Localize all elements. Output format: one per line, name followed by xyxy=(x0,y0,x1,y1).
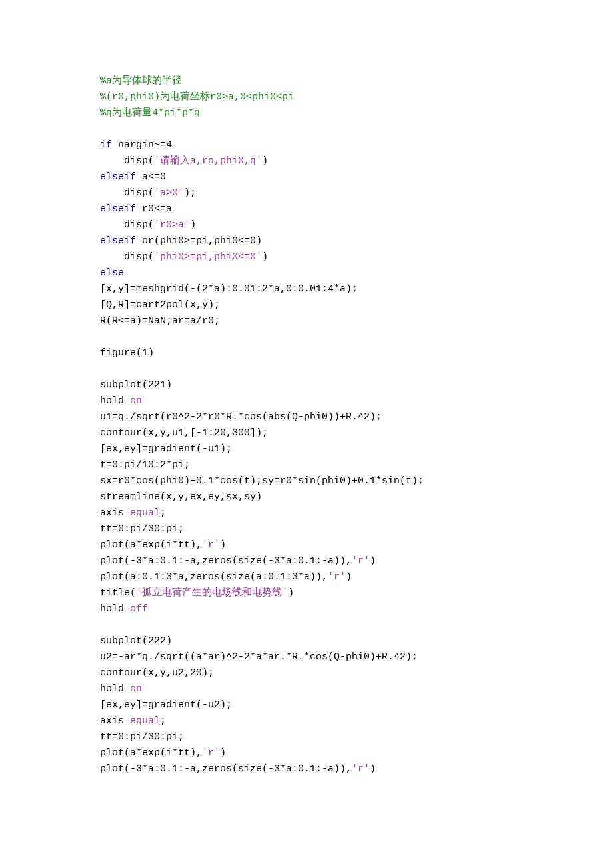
code-line: contour(x,y,u2,20); xyxy=(100,665,513,681)
code-token: subplot(221) xyxy=(100,379,172,391)
code-token: ) xyxy=(262,251,268,263)
code-token: else xyxy=(100,267,124,279)
code-token: u2=-ar*q./sqrt((a*ar)^2-2*a*ar.*R.*cos(Q… xyxy=(100,651,418,663)
code-line: [Q,R]=cart2pol(x,y); xyxy=(100,297,513,313)
code-token: 'phi0>=pi,phi0<=0' xyxy=(154,251,262,263)
code-line: hold on xyxy=(100,393,513,409)
code-token: '孤立电荷产生的电场线和电势线' xyxy=(136,587,288,599)
code-token: [x,y]=meshgrid(-(2*a):0.01:2*a,0:0.01:4*… xyxy=(100,283,358,295)
code-line: plot(a*exp(i*tt),'r') xyxy=(100,745,513,761)
code-token: ; xyxy=(160,507,166,519)
code-token: '请输入a,ro,phi0,q' xyxy=(154,155,262,167)
code-token: [ex,ey]=gradient(-u1); xyxy=(100,443,232,455)
code-token: R(R<=a)=NaN;ar=a/r0; xyxy=(100,315,220,327)
code-line xyxy=(100,329,513,345)
code-token: hold xyxy=(100,683,130,695)
code-token: elseif xyxy=(100,203,136,215)
code-token: ) xyxy=(288,587,294,599)
code-line: hold off xyxy=(100,601,513,617)
code-token: 'r' xyxy=(328,571,346,583)
code-token: 'r' xyxy=(352,555,370,567)
code-token: disp( xyxy=(100,155,154,167)
code-line: disp('a>0'); xyxy=(100,185,513,201)
code-token: ; xyxy=(160,715,166,727)
code-token: 'r' xyxy=(202,539,220,551)
code-token: ) xyxy=(370,763,376,775)
code-token: ) xyxy=(262,155,268,167)
code-line: tt=0:pi/30:pi; xyxy=(100,729,513,745)
code-token: disp( xyxy=(100,251,154,263)
code-token: %q为电荷量4*pi*p*q xyxy=(100,107,200,119)
code-line: axis equal; xyxy=(100,505,513,521)
code-line: subplot(221) xyxy=(100,377,513,393)
code-line: sx=r0*cos(phi0)+0.1*cos(t);sy=r0*sin(phi… xyxy=(100,473,513,489)
code-token: tt=0:pi/30:pi; xyxy=(100,523,184,535)
code-line: [ex,ey]=gradient(-u1); xyxy=(100,441,513,457)
code-token: ) xyxy=(190,219,196,231)
code-line: disp('r0>a') xyxy=(100,217,513,233)
code-line: streamline(x,y,ex,ey,sx,sy) xyxy=(100,489,513,505)
code-token: equal xyxy=(130,715,160,727)
code-token: [ex,ey]=gradient(-u2); xyxy=(100,699,232,711)
code-line: [ex,ey]=gradient(-u2); xyxy=(100,697,513,713)
code-token: 'a>0' xyxy=(154,187,184,199)
code-token: title( xyxy=(100,587,136,599)
code-token: on xyxy=(130,683,142,695)
code-line: figure(1) xyxy=(100,345,513,361)
code-line: plot(-3*a:0.1:-a,zeros(size(-3*a:0.1:-a)… xyxy=(100,553,513,569)
code-line: R(R<=a)=NaN;ar=a/r0; xyxy=(100,313,513,329)
code-line: axis equal; xyxy=(100,713,513,729)
code-token: contour(x,y,u2,20); xyxy=(100,667,214,679)
code-token: 'r0>a' xyxy=(154,219,190,231)
code-token: [Q,R]=cart2pol(x,y); xyxy=(100,299,220,311)
code-token: %(r0,phi0)为电荷坐标r0>a,0<phi0<pi xyxy=(100,91,294,103)
code-token: ) xyxy=(370,555,376,567)
code-line: tt=0:pi/30:pi; xyxy=(100,521,513,537)
code-token: equal xyxy=(130,507,160,519)
code-token: axis xyxy=(100,507,130,519)
code-token: ) xyxy=(346,571,352,583)
code-line: if nargin~=4 xyxy=(100,137,513,153)
code-line: %a为导体球的半径 xyxy=(100,73,513,89)
code-token: %a为导体球的半径 xyxy=(100,75,182,87)
code-line: plot(a:0.1:3*a,zeros(size(a:0.1:3*a)),'r… xyxy=(100,569,513,585)
code-token: sx=r0*cos(phi0)+0.1*cos(t);sy=r0*sin(phi… xyxy=(100,475,424,487)
code-token: u1=q./sqrt(r0^2-2*r0*R.*cos(abs(Q-phi0))… xyxy=(100,411,382,423)
code-line xyxy=(100,617,513,633)
code-token: hold xyxy=(100,603,130,615)
code-token: off xyxy=(130,603,148,615)
code-token: plot(a*exp(i*tt), xyxy=(100,539,202,551)
code-token: elseif xyxy=(100,235,136,247)
code-token: if xyxy=(100,139,112,151)
code-line: disp('请输入a,ro,phi0,q') xyxy=(100,153,513,169)
code-line: plot(-3*a:0.1:-a,zeros(size(-3*a:0.1:-a)… xyxy=(100,761,513,777)
code-token: disp( xyxy=(100,219,154,231)
code-line: elseif r0<=a xyxy=(100,201,513,217)
code-block: %a为导体球的半径%(r0,phi0)为电荷坐标r0>a,0<phi0<pi%q… xyxy=(100,73,513,777)
code-token: nargin~=4 xyxy=(112,139,172,151)
code-token: hold xyxy=(100,395,130,407)
code-token: or(phi0>=pi,phi0<=0) xyxy=(136,235,262,247)
code-line: u1=q./sqrt(r0^2-2*r0*R.*cos(abs(Q-phi0))… xyxy=(100,409,513,425)
code-token: ) xyxy=(220,539,226,551)
code-token: streamline(x,y,ex,ey,sx,sy) xyxy=(100,491,262,503)
code-token: a<=0 xyxy=(136,171,166,183)
code-token: r0<=a xyxy=(136,203,172,215)
code-line: hold on xyxy=(100,681,513,697)
code-token: disp( xyxy=(100,187,154,199)
code-line: disp('phi0>=pi,phi0<=0') xyxy=(100,249,513,265)
code-token: subplot(222) xyxy=(100,635,172,647)
code-token: plot(a:0.1:3*a,zeros(size(a:0.1:3*a)), xyxy=(100,571,328,583)
code-token: tt=0:pi/30:pi; xyxy=(100,731,184,743)
code-token: plot(-3*a:0.1:-a,zeros(size(-3*a:0.1:-a)… xyxy=(100,763,352,775)
code-line: title('孤立电荷产生的电场线和电势线') xyxy=(100,585,513,601)
code-token: on xyxy=(130,395,142,407)
code-line: t=0:pi/10:2*pi; xyxy=(100,457,513,473)
code-line: [x,y]=meshgrid(-(2*a):0.01:2*a,0:0.01:4*… xyxy=(100,281,513,297)
code-line: elseif or(phi0>=pi,phi0<=0) xyxy=(100,233,513,249)
code-line: %q为电荷量4*pi*p*q xyxy=(100,105,513,121)
code-token: axis xyxy=(100,715,130,727)
code-line xyxy=(100,361,513,377)
code-token: 'r' xyxy=(202,747,220,759)
code-line: u2=-ar*q./sqrt((a*ar)^2-2*a*ar.*R.*cos(Q… xyxy=(100,649,513,665)
